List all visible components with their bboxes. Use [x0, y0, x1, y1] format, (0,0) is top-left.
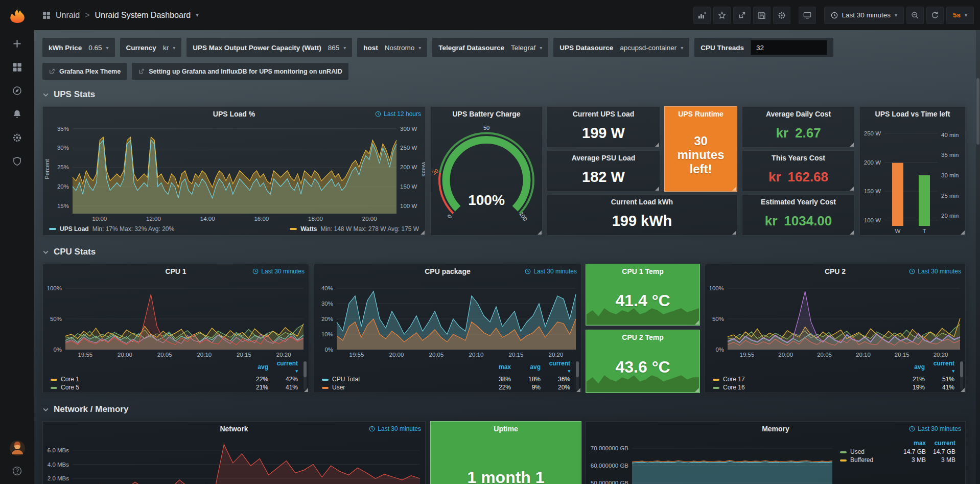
- time-range-badge[interactable]: Last 30 minutes: [252, 268, 305, 275]
- time-range-badge[interactable]: Last 12 hours: [375, 110, 421, 118]
- legend-series-toggle[interactable]: Used: [837, 448, 899, 456]
- time-range-picker[interactable]: Last 30 minutes ▾: [824, 7, 904, 24]
- panel-title[interactable]: Average Daily Cost: [766, 110, 831, 118]
- navbar-actions: Last 30 minutes ▾ 5s ▾: [691, 7, 974, 24]
- time-range-badge[interactable]: Last 30 minutes: [369, 425, 421, 432]
- legend-scrollbar[interactable]: [304, 361, 307, 390]
- legend-column-avg[interactable]: avg: [514, 360, 543, 375]
- add-panel-button[interactable]: [693, 7, 711, 24]
- row-ups-stats[interactable]: UPS Stats: [42, 89, 95, 100]
- dashboard-link[interactable]: Grafana Plex Theme: [42, 63, 127, 80]
- svg-text:30%: 30%: [57, 145, 69, 151]
- panel-title[interactable]: UPS Load %: [213, 110, 255, 118]
- panel-title[interactable]: Network: [220, 425, 248, 433]
- share-button[interactable]: [733, 7, 751, 24]
- legend-item[interactable]: WattsMin: 148 W Max: 278 W Avg: 175 W: [290, 225, 419, 233]
- network-chart[interactable]: 2.0 MBs4.0 MBs6.0 MBs19:5520:0020:0520:1…: [43, 435, 425, 484]
- panel-title[interactable]: Average PSU Load: [572, 154, 636, 162]
- configuration-gear-icon[interactable]: [12, 133, 22, 143]
- panel-title[interactable]: CPU package: [425, 267, 470, 275]
- breadcrumb-page[interactable]: Unraid System Dashboard: [95, 11, 191, 20]
- help-icon[interactable]: [12, 466, 22, 476]
- panel-title[interactable]: UPS Battery Charge: [452, 110, 520, 118]
- legend-series-toggle[interactable]: CPU Total: [319, 375, 484, 383]
- legend-column-current[interactable]: current: [928, 440, 958, 448]
- panel-title[interactable]: Current Load kWh: [611, 198, 673, 206]
- svg-text:50%: 50%: [50, 316, 62, 322]
- panel-title[interactable]: Current UPS Load: [573, 110, 635, 118]
- row-title: UPS Stats: [54, 89, 95, 100]
- variable-value-host[interactable]: Nostromo▾: [385, 44, 422, 52]
- dashboard-grid-icon[interactable]: [42, 11, 51, 19]
- cpu1-chart[interactable]: 0%50%100%19:5520:0020:0520:1020:1520:20: [43, 278, 309, 359]
- cpu-package-chart[interactable]: 0%10%20%30%40%19:5520:0020:0520:1020:152…: [314, 278, 581, 359]
- ups-load-time-bar-chart[interactable]: 100 W150 W200 W250 W20 min25 min30 min35…: [860, 121, 965, 235]
- panel-title[interactable]: CPU 1: [165, 267, 186, 275]
- svg-text:20%: 20%: [321, 316, 333, 322]
- legend-column-current[interactable]: current ▾: [543, 360, 573, 375]
- variable-value-currency[interactable]: kr▾: [163, 44, 175, 52]
- save-button[interactable]: [753, 7, 771, 24]
- panel-title[interactable]: UPS Load vs Time left: [875, 110, 950, 118]
- svg-text:100%: 100%: [47, 285, 62, 291]
- legend-series-toggle[interactable]: Buffered: [837, 456, 899, 464]
- cycle-view-mode-button[interactable]: [799, 7, 816, 24]
- panel-title[interactable]: Uptime: [494, 425, 518, 433]
- variable-value-telegraf-datasource[interactable]: Telegraf▾: [511, 44, 542, 52]
- panel-title[interactable]: CPU 1 Temp: [622, 267, 663, 275]
- svg-text:0: 0: [446, 213, 453, 219]
- user-avatar[interactable]: [10, 441, 25, 456]
- legend-series-toggle[interactable]: Core 17: [710, 375, 898, 383]
- variable-cpu-threads: CPU Threads: [694, 38, 833, 57]
- panel-title[interactable]: UPS Runtime: [678, 110, 724, 118]
- legend-scrollbar[interactable]: [960, 361, 963, 390]
- star-button[interactable]: [713, 7, 731, 24]
- dashboard-link[interactable]: Setting up Grafana and InfluxDB for UPS …: [132, 63, 348, 80]
- svg-text:50%: 50%: [712, 316, 724, 322]
- create-plus-icon[interactable]: [12, 39, 22, 49]
- server-admin-shield-icon[interactable]: [12, 156, 22, 166]
- legend-column-avg[interactable]: avg: [241, 360, 271, 375]
- legend-series-toggle[interactable]: Core 1: [48, 375, 241, 383]
- legend-item[interactable]: UPS LoadMin: 17% Max: 32% Avg: 20%: [49, 225, 174, 233]
- panel-title[interactable]: CPU 2 Temp: [622, 333, 663, 341]
- scrollbar-thumb[interactable]: [976, 78, 979, 145]
- alerting-bell-icon[interactable]: [12, 109, 22, 119]
- panel-title[interactable]: Memory: [762, 425, 789, 433]
- refresh-button[interactable]: [926, 7, 944, 24]
- dashboards-icon[interactable]: [12, 62, 22, 72]
- variable-value-ups-datasource[interactable]: apcupsd-container▾: [620, 44, 683, 52]
- cpu2-chart[interactable]: 0%50%100%19:5520:0020:0520:1020:1520:20: [705, 278, 965, 359]
- legend-column-avg[interactable]: avg: [898, 360, 927, 375]
- breadcrumb-section[interactable]: Unraid: [56, 11, 80, 20]
- explore-compass-icon[interactable]: [12, 86, 22, 96]
- panel-title[interactable]: CPU 2: [825, 267, 846, 275]
- legend-series-toggle[interactable]: Core 16: [710, 383, 898, 391]
- chevron-down-icon[interactable]: ▾: [196, 12, 199, 18]
- legend-column-max[interactable]: max: [484, 360, 514, 375]
- legend-series-toggle[interactable]: Core 5: [48, 383, 241, 391]
- panel-title[interactable]: Estimated Yearly Cost: [761, 198, 836, 206]
- panel-title[interactable]: This Years Cost: [772, 154, 825, 162]
- legend-column-current[interactable]: current ▾: [927, 360, 957, 375]
- refresh-interval-picker[interactable]: 5s ▾: [946, 7, 974, 24]
- page-scrollbar[interactable]: [976, 30, 980, 484]
- time-range-badge[interactable]: Last 30 minutes: [909, 268, 961, 275]
- dashboard-settings-button[interactable]: [773, 7, 790, 24]
- variable-value-ups-max-watt[interactable]: 865▾: [328, 44, 346, 52]
- row-cpu-stats[interactable]: CPU Stats: [42, 247, 96, 257]
- time-range-badge[interactable]: Last 30 minutes: [909, 425, 961, 432]
- variable-input-cpu-threads[interactable]: [751, 40, 827, 55]
- grafana-logo-icon[interactable]: [9, 6, 26, 24]
- variable-value-kwh-price[interactable]: 0.65▾: [88, 44, 108, 52]
- legend-column-current[interactable]: current ▾: [271, 360, 300, 375]
- ups-load-chart[interactable]: 15%20%25%30%35%100 W150 W200 W250 W300 W…: [43, 121, 425, 223]
- time-range-badge[interactable]: Last 30 minutes: [525, 268, 577, 275]
- legend-scrollbar[interactable]: [576, 361, 579, 390]
- row-network-memory[interactable]: Network / Memory: [42, 404, 128, 414]
- memory-chart[interactable]: 50.000000 GB60.000000 GB70.000000 GB19:5…: [586, 435, 837, 484]
- legend-series-toggle[interactable]: User: [319, 383, 484, 391]
- legend-column-max[interactable]: max: [899, 440, 928, 448]
- chevron-down-icon: [42, 406, 49, 413]
- zoom-out-button[interactable]: [906, 7, 924, 24]
